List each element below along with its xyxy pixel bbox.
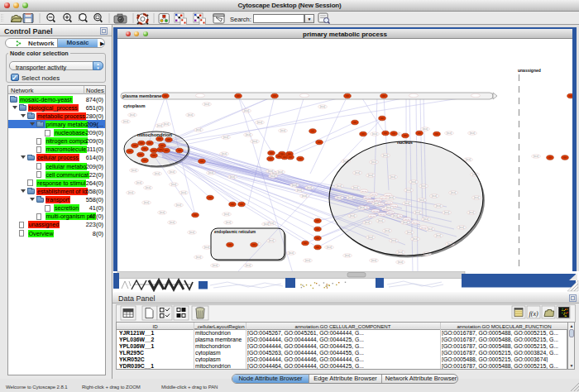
svg-text:[xx-x]: [xx-x]	[337, 184, 342, 188]
svg-text:[xx-x]: [xx-x]	[252, 140, 257, 143]
svg-text:[xx-x]: [xx-x]	[155, 172, 160, 175]
svg-text:nucleus: nucleus	[397, 140, 413, 145]
svg-text:[xx-x]: [xx-x]	[386, 202, 391, 204]
svg-text:[xx-x]: [xx-x]	[413, 222, 418, 224]
svg-text:[xx-x]: [xx-x]	[327, 246, 332, 249]
svg-text:[xx-x]: [xx-x]	[337, 196, 342, 199]
svg-text:[xx-x]: [xx-x]	[188, 113, 193, 117]
svg-text:mitochondrion: mitochondrion	[137, 132, 172, 137]
svg-text:[xx-x]: [xx-x]	[415, 211, 420, 214]
svg-text:[xx-x]: [xx-x]	[196, 128, 201, 131]
svg-text:[xx-x]: [xx-x]	[348, 196, 353, 199]
svg-text:[xx-x]: [xx-x]	[447, 131, 452, 135]
svg-text:[xx-x]: [xx-x]	[383, 154, 388, 157]
svg-text:[xx-x]: [xx-x]	[280, 129, 285, 132]
svg-text:[xx-x]: [xx-x]	[365, 197, 370, 199]
svg-text:[xx-x]: [xx-x]	[371, 194, 376, 196]
svg-text:[xx-x]: [xx-x]	[226, 221, 231, 224]
svg-text:[xx-x]: [xx-x]	[136, 181, 141, 184]
svg-text:[xx-x]: [xx-x]	[436, 204, 441, 208]
svg-text:[xx-x]: [xx-x]	[189, 231, 194, 234]
svg-text:[xx-x]: [xx-x]	[222, 152, 227, 155]
svg-text:[xx-x]: [xx-x]	[360, 206, 365, 209]
svg-text:[xx-x]: [xx-x]	[270, 174, 275, 178]
svg-text:[xx-x]: [xx-x]	[170, 170, 175, 174]
svg-text:[xx-x]: [xx-x]	[181, 191, 186, 194]
svg-text:[xx-x]: [xx-x]	[436, 234, 441, 237]
svg-text:[xx-x]: [xx-x]	[160, 211, 165, 214]
svg-text:[xx-x]: [xx-x]	[170, 221, 175, 224]
svg-text:[xx-x]: [xx-x]	[451, 191, 456, 194]
svg-text:[xx-x]: [xx-x]	[459, 226, 464, 229]
svg-text:[xx-x]: [xx-x]	[411, 180, 416, 184]
svg-text:[xx-x]: [xx-x]	[374, 202, 379, 205]
svg-text:[xx-x]: [xx-x]	[370, 215, 375, 218]
svg-text:[xx-x]: [xx-x]	[132, 169, 136, 172]
svg-text:[xx-x]: [xx-x]	[381, 197, 386, 199]
svg-text:[xx-x]: [xx-x]	[302, 194, 307, 198]
svg-text:[xx-x]: [xx-x]	[376, 199, 380, 202]
svg-text:[xx-x]: [xx-x]	[171, 183, 176, 186]
svg-text:[xx-x]: [xx-x]	[371, 160, 376, 164]
svg-text:[xx-x]: [xx-x]	[244, 109, 249, 112]
svg-text:endoplasmic reticulum: endoplasmic reticulum	[214, 230, 256, 234]
svg-text:[xx-x]: [xx-x]	[421, 227, 426, 229]
svg-text:[xx-x]: [xx-x]	[368, 174, 373, 177]
svg-text:[xx-x]: [xx-x]	[444, 211, 449, 214]
svg-text:[xx-x]: [xx-x]	[123, 120, 128, 123]
svg-text:[xx-x]: [xx-x]	[246, 264, 251, 267]
svg-text:[xx-x]: [xx-x]	[466, 158, 471, 161]
svg-text:[xx-x]: [xx-x]	[355, 171, 360, 174]
svg-text:[xx-x]: [xx-x]	[268, 170, 273, 173]
svg-text:[xx-x]: [xx-x]	[398, 261, 403, 264]
svg-text:[xx-x]: [xx-x]	[196, 256, 201, 259]
svg-text:[xx-x]: [xx-x]	[413, 237, 418, 241]
svg-text:[xx-x]: [xx-x]	[128, 191, 133, 194]
svg-text:[xx-x]: [xx-x]	[386, 206, 391, 209]
svg-text:[xx-x]: [xx-x]	[390, 175, 395, 179]
svg-text:[xx-x]: [xx-x]	[164, 122, 169, 126]
svg-text:[xx-x]: [xx-x]	[269, 239, 274, 242]
svg-text:[xx-x]: [xx-x]	[423, 218, 428, 221]
svg-text:[xx-x]: [xx-x]	[213, 264, 218, 267]
svg-text:[xx-x]: [xx-x]	[407, 231, 412, 234]
svg-text:[xx-x]: [xx-x]	[388, 212, 393, 214]
svg-text:[xx-x]: [xx-x]	[419, 198, 424, 202]
svg-text:[xx-x]: [xx-x]	[404, 218, 409, 221]
svg-text:[xx-x]: [xx-x]	[289, 251, 294, 255]
svg-text:[xx-x]: [xx-x]	[257, 121, 262, 124]
svg-text:[xx-x]: [xx-x]	[157, 124, 162, 127]
svg-text:[xx-x]: [xx-x]	[144, 201, 149, 204]
svg-text:[xx-x]: [xx-x]	[470, 131, 475, 135]
svg-text:[xx-x]: [xx-x]	[385, 229, 390, 232]
svg-text:unassigned: unassigned	[518, 68, 541, 73]
svg-text:[xx-x]: [xx-x]	[365, 221, 370, 224]
svg-text:[xx-x]: [xx-x]	[406, 189, 411, 192]
svg-text:[xx-x]: [xx-x]	[353, 186, 358, 189]
svg-text:[xx-x]: [xx-x]	[378, 219, 383, 222]
svg-text:[xx-x]: [xx-x]	[305, 259, 310, 262]
svg-text:f(x): f(x)	[529, 310, 538, 318]
svg-text:[xx-x]: [xx-x]	[246, 133, 251, 136]
svg-text:[xx-x]: [xx-x]	[469, 211, 474, 214]
svg-text:[xx-x]: [xx-x]	[368, 236, 373, 239]
svg-text:[xx-x]: [xx-x]	[230, 175, 235, 179]
svg-text:[xx-x]: [xx-x]	[393, 214, 398, 218]
svg-text:[xx-x]: [xx-x]	[403, 221, 408, 224]
svg-text:[xx-x]: [xx-x]	[307, 186, 312, 189]
svg-text:plasma membrane: plasma membrane	[122, 93, 161, 98]
svg-text:[xx-x]: [xx-x]	[223, 136, 228, 139]
svg-text:[xx-x]: [xx-x]	[432, 194, 437, 198]
svg-text:[xx-x]: [xx-x]	[130, 113, 135, 117]
svg-text:[xx-x]: [xx-x]	[297, 189, 302, 192]
svg-text:[xx-x]: [xx-x]	[474, 196, 479, 199]
svg-text:[xx-x]: [xx-x]	[372, 132, 377, 136]
svg-text:[xx-x]: [xx-x]	[204, 246, 209, 249]
svg-text:[xx-x]: [xx-x]	[345, 254, 350, 257]
svg-text:[xx-x]: [xx-x]	[208, 171, 213, 174]
svg-text:[xx-x]: [xx-x]	[389, 196, 394, 199]
svg-text:[xx-x]: [xx-x]	[404, 202, 409, 205]
svg-text:[xx-x]: [xx-x]	[373, 210, 378, 213]
svg-text:[xx-x]: [xx-x]	[423, 127, 428, 131]
svg-text:[xx-x]: [xx-x]	[146, 186, 151, 189]
